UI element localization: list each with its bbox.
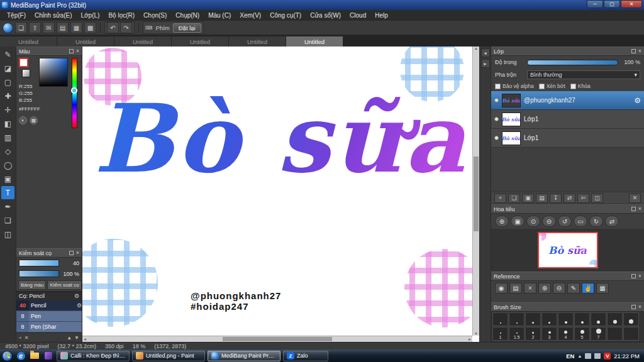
vietkey-icon[interactable]: V	[604, 353, 611, 359]
quicklaunch-explorer[interactable]	[29, 351, 40, 361]
horizontal-scroll-thumb[interactable]	[223, 337, 332, 341]
brush-item-pencil[interactable]: 40 Pencil ⚙	[16, 300, 82, 311]
add-folder-button[interactable]: ▣	[522, 194, 534, 203]
divide-tool[interactable]: ◫	[1, 228, 14, 241]
zoom-out-button[interactable]: ⊖	[542, 216, 556, 227]
taskbar-button-paint[interactable]: Untitled.png - Paint	[132, 351, 205, 361]
ref-hand-button[interactable]: ✌	[582, 283, 594, 293]
gradient-tool[interactable]: ▥	[1, 131, 14, 144]
ref-zoom-out-button[interactable]: ⊖	[553, 283, 565, 293]
foreground-color-swatch[interactable]	[19, 58, 28, 67]
close-icon[interactable]: ×	[638, 48, 641, 54]
gear-icon[interactable]: ⚙	[74, 293, 79, 299]
menu-color[interactable]: Màu (C)	[204, 12, 235, 19]
scroll-up-arrow[interactable]: ▲	[474, 47, 478, 50]
volume-icon[interactable]	[594, 353, 601, 359]
move-tool[interactable]: ✛	[1, 103, 14, 116]
canvas[interactable]: Bò sữa @phuongkhanh27 #hoidap247 ▲ ▼ ◄ ►	[82, 47, 479, 342]
popout-icon[interactable]	[69, 251, 74, 255]
menu-select[interactable]: Chọn(S)	[139, 12, 171, 19]
menu-window[interactable]: Cửa sổ(W)	[306, 12, 345, 19]
color-wheel-button[interactable]: ◐	[19, 116, 27, 124]
undo-button[interactable]: ↶	[107, 22, 119, 33]
brush-size-cell-3[interactable]: 3	[541, 327, 557, 341]
mask-layer-button[interactable]: ◫	[591, 194, 603, 203]
ref-pick-button[interactable]: ✎	[567, 283, 580, 293]
popout-icon[interactable]	[69, 49, 74, 53]
hand-tool[interactable]: ❏	[1, 214, 14, 227]
layer-folder-button[interactable]: ▤	[536, 194, 548, 203]
scroll-right-arrow[interactable]: ►	[468, 337, 472, 341]
brush-size-cell-5[interactable]: 5	[574, 327, 590, 341]
vertical-scrollbar[interactable]: ▲ ▼	[472, 47, 479, 336]
ref-grid-button[interactable]: ▦	[596, 283, 609, 293]
fit-window-button[interactable]: ▣	[511, 216, 525, 227]
scroll-left-arrow[interactable]: ◄	[83, 337, 87, 341]
brush-size-cell[interactable]	[541, 312, 557, 326]
hidden-icons-button[interactable]: ▲	[577, 354, 582, 358]
network-icon[interactable]	[585, 353, 591, 359]
vertical-scroll-thumb[interactable]	[474, 156, 479, 232]
brush-size-cell[interactable]	[492, 312, 508, 326]
close-icon[interactable]: ×	[638, 206, 641, 212]
menu-layer[interactable]: Lớp(L)	[77, 12, 104, 19]
maximize-button[interactable]: ▢	[604, 0, 620, 8]
rotate-cw-button[interactable]: ↻	[589, 216, 603, 227]
comment-button[interactable]: ✉	[43, 22, 55, 33]
merge-down-button[interactable]: ↧	[550, 194, 562, 203]
expand-panel-button[interactable]: ►	[481, 59, 490, 68]
language-indicator[interactable]: EN	[566, 353, 574, 359]
popout-icon[interactable]	[631, 305, 636, 309]
rotate-ccw-button[interactable]: ↺	[558, 216, 572, 227]
pen-tool[interactable]: ✎	[1, 48, 14, 61]
layer-row-2[interactable]: Bò sữa Lớp1	[491, 129, 644, 148]
brush-size-cell-1-5[interactable]: 1.5	[509, 327, 525, 341]
brush-item-pen[interactable]: 8 Pen	[16, 311, 82, 322]
taskbar-button-calli[interactable]: Calli : Khen Đẹp thì h...	[57, 351, 130, 361]
delete-brush-icon[interactable]: ✕	[25, 335, 29, 341]
taskbar-button-medibang[interactable]: MediBang Paint Pro ...	[208, 351, 280, 361]
reset-button[interactable]: Đặt lại	[173, 23, 201, 33]
brush-item-pen-sharp[interactable]: 8 Pen (Shar	[16, 322, 82, 332]
text-tool[interactable]: T	[1, 186, 14, 199]
tab-brush-control[interactable]: Kiểm soát cọ	[47, 280, 81, 290]
ref-open-image-button[interactable]: ▤	[509, 283, 522, 293]
collapse-panel-button[interactable]: ◄	[481, 48, 490, 57]
quicklaunch-media[interactable]	[43, 351, 54, 361]
horizontal-scrollbar[interactable]: ◄ ►	[82, 336, 472, 342]
add-layer-button[interactable]: +	[494, 194, 506, 203]
brush-size-slider[interactable]	[19, 260, 59, 266]
shape-brush-tool[interactable]: ◇	[1, 145, 14, 158]
clock[interactable]: 21:22 PM	[614, 353, 640, 359]
close-icon[interactable]: ×	[76, 48, 79, 54]
popout-icon[interactable]	[631, 207, 636, 211]
ref-target-button[interactable]: ◉	[495, 283, 508, 293]
duplicate-layer-button[interactable]: ❏	[508, 194, 520, 203]
menu-snap[interactable]: Chụp(N)	[171, 12, 204, 19]
transfer-layer-button[interactable]: ⇄	[564, 194, 575, 203]
brush-size-cell[interactable]	[558, 312, 574, 326]
background-color-swatch[interactable]	[22, 69, 30, 77]
tab-untitled-1[interactable]: Untitled	[0, 36, 57, 47]
layer-row-1[interactable]: Bò sữa Lớp1	[491, 110, 644, 129]
tab-untitled-6[interactable]: Untitled	[286, 36, 343, 47]
brush-size-cell-1[interactable]: 1	[492, 327, 508, 341]
taskbar-button-zalo[interactable]: Z Zalo	[283, 351, 328, 361]
marquee-select-tool[interactable]: ▢	[1, 75, 14, 89]
menu-edit[interactable]: Chỉnh sửa(E)	[30, 12, 77, 19]
brush-size-cell[interactable]	[509, 312, 525, 326]
reset-view-button[interactable]: ▭	[574, 216, 587, 227]
tab-color-palette[interactable]: Bảng màu	[18, 280, 46, 290]
visibility-icon[interactable]	[494, 98, 499, 102]
saturation-value-box[interactable]	[39, 58, 68, 87]
menu-view[interactable]: Xem(V)	[235, 12, 265, 19]
grid-button[interactable]: ▦	[70, 22, 82, 33]
close-button[interactable]: ✕	[621, 0, 642, 8]
magic-wand-tool[interactable]: ✚	[1, 89, 14, 102]
protect-alpha-checkbox[interactable]: Bảo vệ alpha	[495, 83, 534, 89]
brush-opacity-slider[interactable]	[19, 270, 59, 277]
menu-cloud[interactable]: Cloud	[345, 12, 370, 19]
eraser-tool[interactable]: ◪	[1, 62, 14, 75]
close-icon[interactable]: ×	[638, 273, 641, 279]
popout-icon[interactable]	[631, 49, 636, 53]
